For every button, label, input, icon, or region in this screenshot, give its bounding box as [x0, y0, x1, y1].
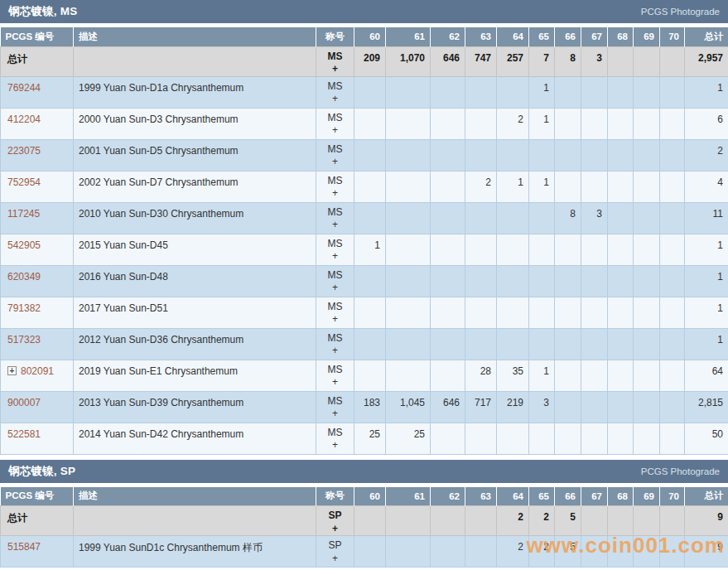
expand-icon[interactable]: +	[7, 366, 17, 375]
grade-64-cell: 219	[497, 391, 529, 423]
grade-63-cell: 28	[465, 360, 497, 391]
pcgs-number-cell: 791382	[1, 297, 74, 328]
table-row: 5158471999 Yuan SunD1c Chrysanthemum 样币S…	[1, 536, 728, 568]
totals-description-cell	[74, 46, 316, 76]
description-cell: 2017 Yuan Sun-D51	[74, 297, 316, 328]
section-ms: 钢芯镀镍, MS PCGS Photograde PCGS 编号 描述 称号 6…	[0, 0, 728, 455]
grade-64-cell	[497, 423, 529, 454]
grade-68-cell	[608, 234, 634, 265]
totals-grade-70-cell	[660, 46, 685, 76]
col-header-grade-61: 61	[386, 27, 431, 46]
designation-line: +	[321, 345, 349, 358]
pcgs-number-link[interactable]: 517323	[7, 334, 41, 345]
grade-61-cell	[386, 265, 431, 297]
grade-60-cell	[354, 171, 386, 202]
totals-label: 总计	[1, 506, 74, 536]
table-row: +8020912019 Yuan Sun-E1 ChrysanthemumMS+…	[1, 360, 728, 391]
designation-cell: MS+	[316, 76, 354, 108]
pcgs-number-link[interactable]: 802091	[21, 365, 54, 377]
grade-63-cell: 717	[465, 391, 497, 423]
grade-61-cell	[386, 536, 431, 568]
grade-68-cell	[608, 171, 634, 202]
grade-62-cell	[431, 297, 465, 328]
grade-62-cell	[431, 108, 465, 139]
description-cell: 1999 Yuan Sun-D1a Chrysanthemum	[74, 76, 316, 108]
grade-68-cell	[608, 423, 634, 454]
pcgs-number-link[interactable]: 769244	[7, 82, 41, 94]
pcgs-number-link[interactable]: 223075	[7, 145, 41, 157]
grade-63-cell	[465, 297, 497, 328]
totals-total-cell: 9	[685, 506, 728, 536]
designation-cell: MS+	[316, 391, 354, 423]
grade-67-cell	[581, 265, 608, 297]
designation-line: MS	[321, 238, 349, 251]
pcgs-number-link[interactable]: 620349	[7, 271, 41, 283]
col-header-grade-70: 70	[660, 487, 685, 506]
totals-row: 总计 SP + 2 2 5 9	[1, 506, 728, 536]
designation-line: +	[321, 523, 349, 536]
col-header-description: 描述	[74, 487, 316, 506]
grade-60-cell	[354, 536, 386, 568]
grade-68-cell	[608, 391, 634, 423]
grade-66-cell	[555, 328, 581, 360]
pcgs-number-link[interactable]: 900007	[7, 397, 41, 408]
pcgs-number-link[interactable]: 117245	[7, 208, 40, 220]
population-table: PCGS 编号 描述 称号 60 61 62 63 64 65 66 67 68…	[0, 27, 728, 455]
designation-line: MS	[321, 364, 349, 377]
totals-grade-70-cell	[660, 506, 685, 536]
grade-68-cell	[608, 536, 634, 568]
pcgs-number-cell: 412204	[1, 108, 74, 139]
grade-67-cell	[581, 297, 608, 328]
grade-70-cell	[660, 76, 685, 108]
totals-description-cell	[74, 506, 316, 536]
designation-line: +	[321, 282, 349, 295]
section-header-bar: 钢芯镀镍, MS PCGS Photograde	[0, 0, 728, 23]
grade-64-cell	[497, 297, 529, 328]
col-header-grade-65: 65	[529, 487, 555, 506]
grade-68-cell	[608, 139, 634, 171]
grade-61-cell	[386, 202, 431, 234]
pcgs-number-cell: +802091	[1, 360, 74, 391]
grade-61-cell: 25	[386, 423, 431, 454]
photograde-link[interactable]: PCGS Photograde	[641, 7, 720, 17]
pcgs-number-link[interactable]: 412204	[7, 114, 41, 125]
pcgs-number-link[interactable]: 791382	[7, 302, 41, 314]
grade-64-cell	[497, 76, 529, 108]
pcgs-number-link[interactable]: 542905	[7, 239, 41, 251]
pcgs-number-cell: 522581	[1, 423, 74, 454]
designation-line: MS	[321, 332, 349, 345]
total-cell: 11	[685, 202, 728, 234]
grade-70-cell	[660, 360, 685, 391]
grade-60-cell: 25	[354, 423, 386, 454]
total-cell: 2	[685, 139, 728, 171]
designation-line: MS	[321, 143, 349, 157]
totals-grade-66-cell: 8	[555, 46, 581, 76]
grade-64-cell	[497, 265, 529, 297]
section-title: 钢芯镀镍, SP	[8, 464, 75, 479]
col-header-designation: 称号	[316, 487, 354, 506]
pcgs-number-link[interactable]: 752954	[7, 176, 41, 188]
description-cell: 2012 Yuan Sun-D36 Chrysanthemum	[74, 328, 316, 360]
grade-70-cell	[660, 328, 685, 360]
designation-cell: MS+	[316, 423, 354, 454]
photograde-link[interactable]: PCGS Photograde	[641, 466, 720, 476]
grade-65-cell	[529, 265, 555, 297]
totals-grade-69-cell	[634, 506, 660, 536]
grade-69-cell	[634, 234, 660, 265]
totals-grade-68-cell	[608, 46, 634, 76]
col-header-grade-66: 66	[555, 487, 581, 506]
pcgs-number-link[interactable]: 515847	[7, 541, 41, 553]
pcgs-number-link[interactable]: 522581	[7, 428, 41, 440]
designation-line: +	[321, 63, 349, 76]
designation-cell: MS+	[316, 360, 354, 391]
totals-label: 总计	[1, 46, 74, 76]
totals-grade-60-cell	[354, 506, 386, 536]
col-header-grade-60: 60	[354, 27, 386, 46]
grade-64-cell	[497, 202, 529, 234]
grade-67-cell	[581, 76, 608, 108]
designation-line: +	[321, 439, 349, 452]
totals-grade-61-cell	[386, 506, 431, 536]
grade-64-cell	[497, 328, 529, 360]
col-header-grade-64: 64	[497, 27, 529, 46]
col-header-grade-62: 62	[431, 27, 465, 46]
